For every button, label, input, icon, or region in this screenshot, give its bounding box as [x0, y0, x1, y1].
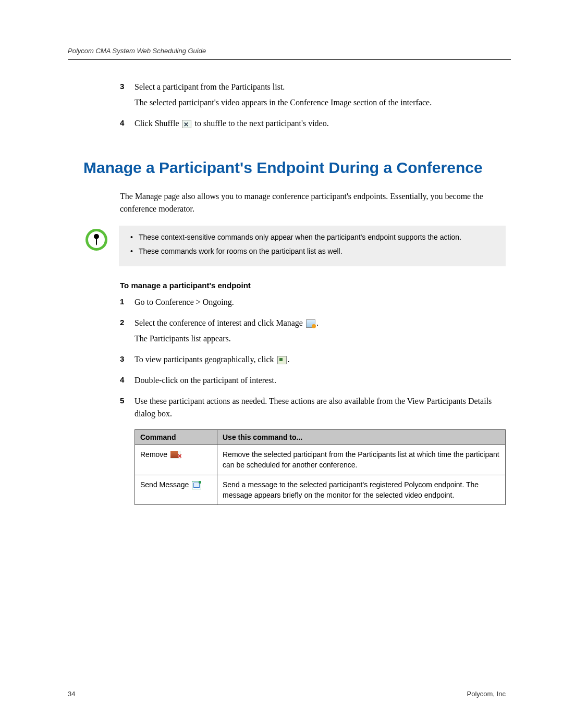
- note-icon-column: [83, 226, 119, 251]
- step-text: Go to Conference > Ongoing.: [134, 296, 234, 309]
- company-name: Polycom, Inc: [467, 690, 506, 698]
- step-text: Double-click on the participant of inter…: [134, 374, 276, 387]
- step-body: Use these participant actions as needed.…: [134, 395, 506, 423]
- continued-step-3: 3 Select a participant from the Particip…: [120, 81, 506, 112]
- procedure-subheading: To manage a participant's endpoint: [120, 281, 506, 290]
- manage-icon: [306, 319, 315, 328]
- text-prefix: Click Shuffle: [134, 119, 181, 128]
- step-text: Select the conference of interest and cl…: [134, 317, 319, 329]
- command-cell: Remove: [135, 445, 217, 475]
- page-header: Polycom CMA System Web Scheduling Guide: [68, 47, 511, 60]
- step-text: To view participants geographically, cli…: [134, 353, 290, 366]
- command-name: Send Message: [140, 480, 189, 489]
- step-body: Select the conference of interest and cl…: [134, 317, 319, 348]
- main-content: 3 Select a participant from the Particip…: [68, 81, 511, 505]
- table-row: Remove Remove the selected participant f…: [135, 445, 506, 475]
- table-row: Send Message Send a message to the selec…: [135, 475, 506, 505]
- step-after-text: The Participants list appears.: [134, 332, 319, 345]
- section-heading: Manage a Participant's Endpoint During a…: [83, 159, 506, 177]
- note-item: These commands work for rooms on the par…: [130, 246, 497, 257]
- step-3: 3 To view participants geographically, c…: [120, 353, 506, 369]
- continued-step-4: 4 Click Shuffle to shuffle to the next p…: [120, 117, 506, 133]
- note-item: These context-sensitive commands only ap…: [130, 232, 497, 243]
- step-number: 2: [120, 317, 134, 348]
- command-desc: Send a message to the selected participa…: [217, 475, 506, 505]
- page-footer: 34 Polycom, Inc: [68, 690, 506, 698]
- text-suffix: to shuffle to the next participant's vid…: [192, 119, 328, 128]
- page-number: 34: [68, 690, 75, 698]
- step-number: 4: [120, 374, 134, 390]
- pin-icon: [85, 229, 107, 251]
- step-2: 2 Select the conference of interest and …: [120, 317, 506, 348]
- step-number: 3: [120, 353, 134, 369]
- step-number: 1: [120, 296, 134, 312]
- step-body: Go to Conference > Ongoing.: [134, 296, 234, 312]
- remove-participant-icon: [170, 451, 181, 459]
- command-name: Remove: [140, 450, 167, 459]
- step-number: 5: [120, 395, 134, 423]
- step-text: Select a participant from the Participan…: [134, 81, 432, 93]
- text-suffix: .: [316, 318, 319, 327]
- commands-table: Command Use this command to... Remove Re…: [134, 429, 506, 505]
- shuffle-icon: [182, 120, 191, 128]
- step-text: Click Shuffle to shuffle to the next par…: [134, 117, 329, 130]
- command-cell: Send Message: [135, 475, 217, 505]
- step-1: 1 Go to Conference > Ongoing.: [120, 296, 506, 312]
- step-body: Select a participant from the Participan…: [134, 81, 432, 112]
- step-5: 5 Use these participant actions as neede…: [120, 395, 506, 423]
- step-body: Double-click on the participant of inter…: [134, 374, 276, 390]
- step-number: 3: [120, 81, 134, 112]
- send-message-icon: [192, 481, 201, 489]
- geography-icon: [277, 356, 287, 364]
- step-number: 4: [120, 117, 134, 133]
- table-header-command: Command: [135, 430, 217, 445]
- table-header-desc: Use this command to...: [217, 430, 506, 445]
- text-prefix: To view participants geographically, cli…: [134, 355, 276, 364]
- step-text: The selected participant's video appears…: [134, 96, 432, 109]
- text-suffix: .: [288, 355, 290, 364]
- step-text: Use these participant actions as needed.…: [134, 395, 506, 420]
- intro-paragraph: The Manage page also allows you to manag…: [120, 190, 506, 215]
- command-desc: Remove the selected participant from the…: [217, 445, 506, 475]
- step-4: 4 Double-click on the participant of int…: [120, 374, 506, 390]
- note-box: These context-sensitive commands only ap…: [119, 226, 506, 266]
- step-body: Click Shuffle to shuffle to the next par…: [134, 117, 329, 133]
- callout-note: These context-sensitive commands only ap…: [83, 226, 506, 266]
- text-prefix: Select the conference of interest and cl…: [134, 318, 305, 327]
- step-body: To view participants geographically, cli…: [134, 353, 290, 369]
